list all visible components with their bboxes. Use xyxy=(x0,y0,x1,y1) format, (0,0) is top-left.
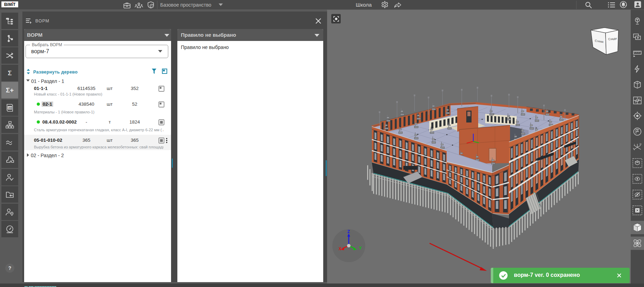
svg-text:2D: 2D xyxy=(8,106,12,110)
svg-text:X: X xyxy=(339,246,341,251)
svg-text:1: 1 xyxy=(634,144,635,146)
svg-text:Y: Y xyxy=(359,246,362,251)
svg-text:2: 2 xyxy=(639,143,641,145)
svg-text:Z: Z xyxy=(347,229,350,234)
